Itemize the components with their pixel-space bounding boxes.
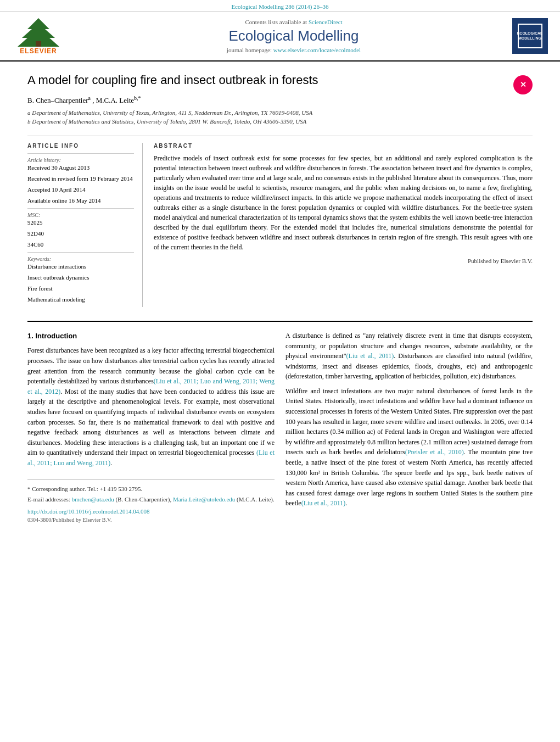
authors-line: B. Chen–Charpentiera , M.C.A. Leiteb,* xyxy=(27,95,533,105)
doi-line: http://dx.doi.org/10.1016/j.ecolmodel.20… xyxy=(27,507,275,516)
elsevier-tree-icon xyxy=(16,17,60,47)
journal-icon-box: ECOLOGICALMODELLING xyxy=(512,18,548,54)
email-1-link[interactable]: bmchen@uta.edu xyxy=(72,496,114,503)
crossmark-badge: ✕ xyxy=(513,75,533,94)
journal-header: ELSEVIER Contents lists available at Sci… xyxy=(0,12,560,62)
journal-center-header: Contents lists available at ScienceDirec… xyxy=(77,19,511,53)
left-para-1: Forest disturbances have been recognized… xyxy=(27,345,275,468)
journal-citation: Ecological Modelling 286 (2014) 26–36 xyxy=(231,3,328,10)
received-date-2: Received in revised form 19 February 201… xyxy=(27,175,134,182)
kw-3: Fire forest xyxy=(27,285,134,292)
paper-title: A model for coupling fire and insect out… xyxy=(27,72,533,88)
email-2-link[interactable]: Maria.Leite@utoledo.edu xyxy=(173,496,235,503)
intro-heading: 1. Introduction xyxy=(27,331,275,342)
published-by: Published by Elsevier B.V. xyxy=(154,258,533,264)
issn-line: 0304-3800/Published by Elsevier B.V. xyxy=(27,516,275,524)
left-column: 1. Introduction Forest disturbances have… xyxy=(27,331,275,524)
received-date-1: Received 30 August 2013 xyxy=(27,164,134,171)
ref-link-4[interactable]: (Preisler et al., 2010) xyxy=(405,448,464,456)
available-date: Available online 16 May 2014 xyxy=(27,197,134,204)
elsevier-logo: ELSEVIER xyxy=(11,17,66,55)
msc-2: 92D40 xyxy=(27,230,134,237)
top-bar: Ecological Modelling 286 (2014) 26–36 xyxy=(0,0,560,12)
journal-icon-text: ECOLOGICALMODELLING xyxy=(517,31,543,41)
kw-2: Insect outbreak dynamics xyxy=(27,274,134,281)
affiliation-b: b Department of Mathematics and Statisti… xyxy=(27,118,533,125)
sciencedirect-line: Contents lists available at ScienceDirec… xyxy=(77,19,511,25)
article-info-panel: ARTICLE INFO Article history: Received 3… xyxy=(27,143,143,307)
sciencedirect-link[interactable]: ScienceDirect xyxy=(309,19,343,25)
msc-label: MSC: xyxy=(27,212,134,218)
keywords-label: Keywords: xyxy=(27,256,134,262)
right-column: A disturbance is defined as "any relativ… xyxy=(285,331,533,524)
affiliation-a: a Department of Mathematics, University … xyxy=(27,109,533,116)
journal-icon: ECOLOGICALMODELLING xyxy=(511,18,549,54)
msc-1: 92025 xyxy=(27,219,134,226)
journal-title: Ecological Modelling xyxy=(77,27,511,44)
email-line: E-mail addresses: bmchen@uta.edu (B. Che… xyxy=(27,495,275,504)
kw-4: Mathematical modeling xyxy=(27,296,134,303)
corresponding-author-note: * Corresponding author. Tel.: +1 419 530… xyxy=(27,484,275,494)
svg-rect-2 xyxy=(36,41,41,47)
homepage-link[interactable]: www.elsevier.com/locate/ecolmodel xyxy=(273,47,361,53)
abstract-text: Predictive models of insect outbreak exi… xyxy=(154,153,533,252)
kw-1: Disturbance interactions xyxy=(27,263,134,270)
accepted-date: Accepted 10 April 2014 xyxy=(27,186,134,193)
right-para-1: A disturbance is defined as "any relativ… xyxy=(285,331,533,382)
doi-link[interactable]: http://dx.doi.org/10.1016/j.ecolmodel.20… xyxy=(27,508,150,515)
history-label: Article history: xyxy=(27,157,134,163)
abstract-panel: ABSTRACT Predictive models of insect out… xyxy=(154,143,533,307)
ref-link-3[interactable]: (Liu et al., 2011) xyxy=(346,352,394,360)
elsevier-brand-text: ELSEVIER xyxy=(20,47,57,55)
journal-homepage-line: journal homepage: www.elsevier.com/locat… xyxy=(77,47,511,53)
footnote-section: * Corresponding author. Tel.: +1 419 530… xyxy=(27,479,275,525)
right-para-2: Wildfire and insect infestations are two… xyxy=(285,386,533,509)
ref-link-5[interactable]: (Liu et al., 2011) xyxy=(301,499,346,507)
msc-3: 34C60 xyxy=(27,241,134,248)
